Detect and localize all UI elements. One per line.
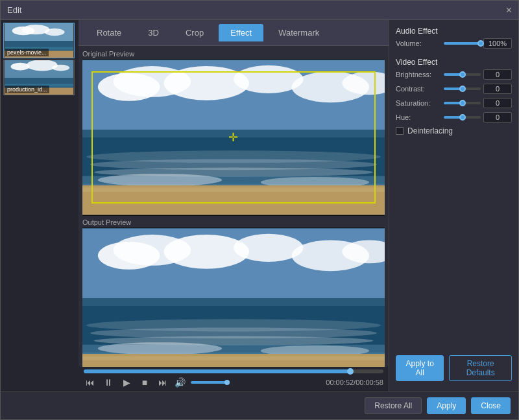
contrast-track[interactable] — [444, 88, 481, 90]
time-display: 00:00:52/00:00:58 — [326, 379, 383, 386]
svg-rect-33 — [82, 188, 385, 192]
close-window-button[interactable]: × — [506, 5, 512, 16]
progress-fill — [84, 369, 350, 373]
output-preview-video — [82, 228, 385, 367]
saturation-input[interactable] — [483, 98, 512, 108]
close-button[interactable]: Close — [471, 397, 511, 414]
title-bar-left: Edit — [7, 5, 21, 15]
hue-input[interactable] — [483, 112, 512, 122]
thumb-1-label: pexels-movie... — [5, 49, 49, 56]
video-effect-section: Video Effect Brightness: Contrast: — [396, 58, 512, 135]
original-preview-label: Original Preview — [82, 50, 385, 58]
svg-point-30 — [98, 174, 222, 186]
brightness-label: Brightness: — [396, 71, 441, 78]
stop-button[interactable]: ■ — [138, 376, 151, 389]
volume-label: Volume: — [396, 40, 441, 47]
apply-all-row: Apply to All Restore Defaults — [396, 355, 512, 381]
audio-effect-title: Audio Effect — [396, 27, 512, 36]
volume-slider[interactable] — [191, 381, 230, 384]
tab-crop[interactable]: Crop — [174, 24, 215, 41]
edit-window: Edit × pexels-movie... — [0, 0, 519, 420]
output-preview-section: Output Preview — [82, 218, 385, 367]
saturation-thumb — [459, 100, 466, 106]
progress-handle — [347, 368, 354, 375]
contrast-control-row: Contrast: — [396, 84, 512, 94]
brightness-track[interactable] — [444, 73, 481, 76]
brightness-control-row: Brightness: — [396, 69, 512, 80]
volume-control-row: Volume: — [396, 38, 512, 49]
original-preview-section: Original Preview — [82, 50, 385, 216]
hue-thumb — [459, 114, 466, 121]
tabs-bar: Rotate 3D Crop Effect Watermark — [78, 20, 389, 46]
thumb-2-label: production_id... — [5, 86, 49, 93]
deinterlacing-label: Deinterlacing — [407, 126, 453, 135]
saturation-label: Saturation: — [396, 99, 441, 107]
skip-back-button[interactable]: ⏮ — [84, 376, 97, 389]
center-panel: Rotate 3D Crop Effect Watermark Original… — [78, 20, 389, 391]
playback-bar: ⏮ ⏸ ▶ ■ ⏭ 🔊 00:00:52/00:00:58 — [78, 367, 389, 391]
svg-rect-50 — [82, 354, 385, 367]
volume-input[interactable] — [483, 38, 512, 49]
original-preview-video: ✛ — [82, 59, 385, 216]
pause-button[interactable]: ⏸ — [102, 376, 115, 389]
title-bar: Edit × — [1, 1, 518, 20]
volume-track[interactable] — [444, 42, 481, 45]
tab-watermark[interactable]: Watermark — [267, 24, 331, 41]
apply-button[interactable]: Apply — [427, 397, 466, 414]
hue-track[interactable] — [444, 116, 481, 119]
progress-bar[interactable] — [84, 369, 383, 373]
output-preview-label: Output Preview — [82, 218, 385, 226]
svg-point-12 — [52, 65, 69, 71]
deinterlacing-row: Deinterlacing — [396, 126, 512, 135]
tab-rotate[interactable]: Rotate — [85, 24, 133, 41]
right-panel-actions: Apply to All Restore Defaults — [396, 355, 512, 385]
controls-row: ⏮ ⏸ ▶ ■ ⏭ 🔊 00:00:52/00:00:58 — [84, 376, 383, 389]
contrast-label: Contrast: — [396, 85, 441, 93]
tab-effect[interactable]: Effect — [219, 24, 263, 41]
window-title: Edit — [7, 5, 21, 15]
audio-effect-section: Audio Effect Volume: — [396, 27, 512, 52]
previews-area: Original Preview — [78, 46, 389, 367]
saturation-control-row: Saturation: — [396, 98, 512, 108]
hue-control-row: Hue: — [396, 112, 512, 122]
video-effect-title: Video Effect — [396, 58, 512, 67]
restore-all-button[interactable]: Restore All — [365, 397, 422, 414]
play-button[interactable]: ▶ — [120, 376, 133, 389]
restore-defaults-button[interactable]: Restore Defaults — [449, 355, 512, 381]
svg-point-48 — [98, 342, 222, 355]
contrast-thumb — [459, 86, 466, 92]
deinterlacing-checkbox[interactable] — [396, 127, 404, 135]
svg-point-4 — [45, 29, 65, 36]
sidebar: pexels-movie... production_id... — [1, 20, 78, 391]
bottom-bar: Restore All Apply Close — [1, 391, 518, 419]
contrast-input[interactable] — [483, 84, 512, 94]
volume-icon: 🔊 — [175, 377, 186, 388]
skip-forward-button[interactable]: ⏭ — [156, 376, 169, 389]
volume-fill — [444, 42, 481, 45]
apply-to-all-button[interactable]: Apply to All — [396, 355, 444, 381]
volume-thumb — [477, 40, 484, 47]
sidebar-item-thumb-1[interactable]: pexels-movie... — [3, 23, 75, 58]
sidebar-item-thumb-2[interactable]: production_id... — [3, 60, 75, 95]
volume-handle — [224, 380, 230, 385]
svg-point-10 — [11, 63, 30, 71]
main-content: pexels-movie... production_id... — [1, 20, 518, 391]
saturation-track[interactable] — [444, 102, 481, 104]
brightness-input[interactable] — [483, 69, 512, 80]
tab-3d[interactable]: 3D — [136, 24, 171, 41]
svg-rect-51 — [82, 356, 385, 360]
right-panel: Audio Effect Volume: Video Effect Bright… — [389, 20, 518, 391]
brightness-thumb — [459, 71, 466, 78]
hue-label: Hue: — [396, 113, 441, 121]
